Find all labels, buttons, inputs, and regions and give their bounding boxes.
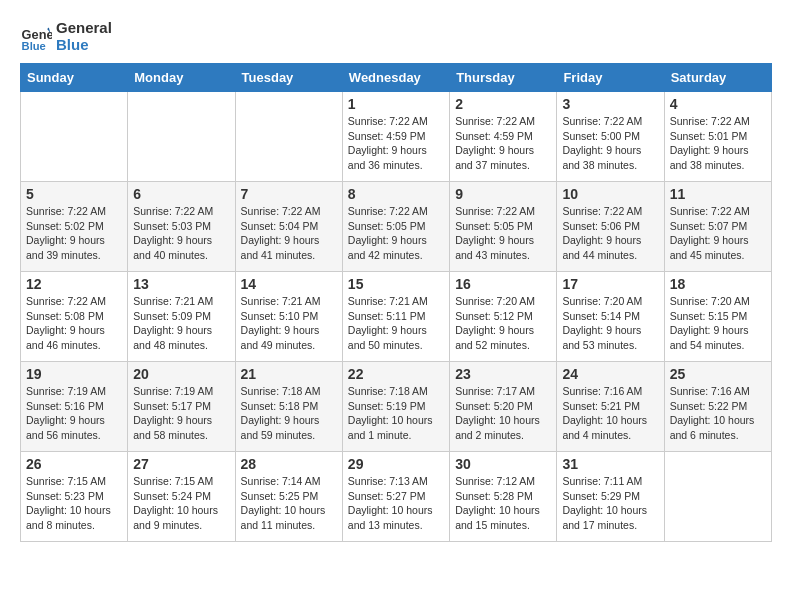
calendar-week-row: 26Sunrise: 7:15 AM Sunset: 5:23 PM Dayli… <box>21 452 772 542</box>
day-number: 11 <box>670 186 766 202</box>
calendar-cell: 6Sunrise: 7:22 AM Sunset: 5:03 PM Daylig… <box>128 182 235 272</box>
day-info: Sunrise: 7:20 AM Sunset: 5:12 PM Dayligh… <box>455 294 551 353</box>
calendar-week-row: 12Sunrise: 7:22 AM Sunset: 5:08 PM Dayli… <box>21 272 772 362</box>
calendar-cell: 23Sunrise: 7:17 AM Sunset: 5:20 PM Dayli… <box>450 362 557 452</box>
calendar-cell: 3Sunrise: 7:22 AM Sunset: 5:00 PM Daylig… <box>557 92 664 182</box>
day-header-tuesday: Tuesday <box>235 64 342 92</box>
day-info: Sunrise: 7:22 AM Sunset: 4:59 PM Dayligh… <box>348 114 444 173</box>
day-info: Sunrise: 7:22 AM Sunset: 5:04 PM Dayligh… <box>241 204 337 263</box>
calendar-cell: 1Sunrise: 7:22 AM Sunset: 4:59 PM Daylig… <box>342 92 449 182</box>
calendar-cell: 19Sunrise: 7:19 AM Sunset: 5:16 PM Dayli… <box>21 362 128 452</box>
calendar-cell: 31Sunrise: 7:11 AM Sunset: 5:29 PM Dayli… <box>557 452 664 542</box>
calendar-cell: 16Sunrise: 7:20 AM Sunset: 5:12 PM Dayli… <box>450 272 557 362</box>
calendar-cell: 7Sunrise: 7:22 AM Sunset: 5:04 PM Daylig… <box>235 182 342 272</box>
day-number: 13 <box>133 276 229 292</box>
calendar-cell: 26Sunrise: 7:15 AM Sunset: 5:23 PM Dayli… <box>21 452 128 542</box>
calendar-cell: 9Sunrise: 7:22 AM Sunset: 5:05 PM Daylig… <box>450 182 557 272</box>
day-info: Sunrise: 7:15 AM Sunset: 5:24 PM Dayligh… <box>133 474 229 533</box>
calendar-cell <box>128 92 235 182</box>
day-number: 3 <box>562 96 658 112</box>
calendar-cell: 4Sunrise: 7:22 AM Sunset: 5:01 PM Daylig… <box>664 92 771 182</box>
day-info: Sunrise: 7:22 AM Sunset: 5:05 PM Dayligh… <box>348 204 444 263</box>
calendar-cell: 13Sunrise: 7:21 AM Sunset: 5:09 PM Dayli… <box>128 272 235 362</box>
day-number: 31 <box>562 456 658 472</box>
day-info: Sunrise: 7:11 AM Sunset: 5:29 PM Dayligh… <box>562 474 658 533</box>
calendar-cell: 5Sunrise: 7:22 AM Sunset: 5:02 PM Daylig… <box>21 182 128 272</box>
day-number: 2 <box>455 96 551 112</box>
page-header: General Blue General Blue <box>20 20 772 53</box>
calendar-week-row: 1Sunrise: 7:22 AM Sunset: 4:59 PM Daylig… <box>21 92 772 182</box>
calendar-cell <box>235 92 342 182</box>
day-number: 12 <box>26 276 122 292</box>
day-header-saturday: Saturday <box>664 64 771 92</box>
day-number: 15 <box>348 276 444 292</box>
day-info: Sunrise: 7:20 AM Sunset: 5:15 PM Dayligh… <box>670 294 766 353</box>
calendar-cell <box>21 92 128 182</box>
calendar-cell: 22Sunrise: 7:18 AM Sunset: 5:19 PM Dayli… <box>342 362 449 452</box>
day-number: 7 <box>241 186 337 202</box>
day-number: 22 <box>348 366 444 382</box>
day-number: 18 <box>670 276 766 292</box>
day-info: Sunrise: 7:22 AM Sunset: 4:59 PM Dayligh… <box>455 114 551 173</box>
day-info: Sunrise: 7:16 AM Sunset: 5:22 PM Dayligh… <box>670 384 766 443</box>
day-info: Sunrise: 7:22 AM Sunset: 5:08 PM Dayligh… <box>26 294 122 353</box>
day-info: Sunrise: 7:16 AM Sunset: 5:21 PM Dayligh… <box>562 384 658 443</box>
day-number: 10 <box>562 186 658 202</box>
day-number: 28 <box>241 456 337 472</box>
calendar-week-row: 19Sunrise: 7:19 AM Sunset: 5:16 PM Dayli… <box>21 362 772 452</box>
day-info: Sunrise: 7:20 AM Sunset: 5:14 PM Dayligh… <box>562 294 658 353</box>
calendar-header-row: SundayMondayTuesdayWednesdayThursdayFrid… <box>21 64 772 92</box>
day-header-thursday: Thursday <box>450 64 557 92</box>
day-info: Sunrise: 7:21 AM Sunset: 5:09 PM Dayligh… <box>133 294 229 353</box>
day-number: 29 <box>348 456 444 472</box>
day-info: Sunrise: 7:18 AM Sunset: 5:18 PM Dayligh… <box>241 384 337 443</box>
day-info: Sunrise: 7:22 AM Sunset: 5:06 PM Dayligh… <box>562 204 658 263</box>
logo: General Blue General Blue <box>20 20 112 53</box>
day-info: Sunrise: 7:22 AM Sunset: 5:01 PM Dayligh… <box>670 114 766 173</box>
calendar-cell: 8Sunrise: 7:22 AM Sunset: 5:05 PM Daylig… <box>342 182 449 272</box>
day-number: 26 <box>26 456 122 472</box>
logo-icon: General Blue <box>20 21 52 53</box>
day-info: Sunrise: 7:22 AM Sunset: 5:02 PM Dayligh… <box>26 204 122 263</box>
calendar-cell: 24Sunrise: 7:16 AM Sunset: 5:21 PM Dayli… <box>557 362 664 452</box>
day-info: Sunrise: 7:13 AM Sunset: 5:27 PM Dayligh… <box>348 474 444 533</box>
day-number: 9 <box>455 186 551 202</box>
day-number: 8 <box>348 186 444 202</box>
day-info: Sunrise: 7:22 AM Sunset: 5:00 PM Dayligh… <box>562 114 658 173</box>
day-number: 30 <box>455 456 551 472</box>
day-info: Sunrise: 7:22 AM Sunset: 5:07 PM Dayligh… <box>670 204 766 263</box>
day-header-sunday: Sunday <box>21 64 128 92</box>
svg-text:Blue: Blue <box>22 39 46 51</box>
day-info: Sunrise: 7:19 AM Sunset: 5:17 PM Dayligh… <box>133 384 229 443</box>
day-number: 4 <box>670 96 766 112</box>
calendar-cell: 17Sunrise: 7:20 AM Sunset: 5:14 PM Dayli… <box>557 272 664 362</box>
calendar-cell: 30Sunrise: 7:12 AM Sunset: 5:28 PM Dayli… <box>450 452 557 542</box>
calendar-cell: 11Sunrise: 7:22 AM Sunset: 5:07 PM Dayli… <box>664 182 771 272</box>
day-info: Sunrise: 7:17 AM Sunset: 5:20 PM Dayligh… <box>455 384 551 443</box>
day-number: 6 <box>133 186 229 202</box>
day-info: Sunrise: 7:22 AM Sunset: 5:05 PM Dayligh… <box>455 204 551 263</box>
calendar-cell: 28Sunrise: 7:14 AM Sunset: 5:25 PM Dayli… <box>235 452 342 542</box>
calendar-cell: 25Sunrise: 7:16 AM Sunset: 5:22 PM Dayli… <box>664 362 771 452</box>
calendar-cell: 18Sunrise: 7:20 AM Sunset: 5:15 PM Dayli… <box>664 272 771 362</box>
calendar-cell: 10Sunrise: 7:22 AM Sunset: 5:06 PM Dayli… <box>557 182 664 272</box>
day-number: 24 <box>562 366 658 382</box>
day-number: 19 <box>26 366 122 382</box>
day-number: 23 <box>455 366 551 382</box>
day-info: Sunrise: 7:12 AM Sunset: 5:28 PM Dayligh… <box>455 474 551 533</box>
calendar-cell: 14Sunrise: 7:21 AM Sunset: 5:10 PM Dayli… <box>235 272 342 362</box>
calendar-cell: 21Sunrise: 7:18 AM Sunset: 5:18 PM Dayli… <box>235 362 342 452</box>
day-number: 17 <box>562 276 658 292</box>
day-number: 21 <box>241 366 337 382</box>
calendar-cell: 12Sunrise: 7:22 AM Sunset: 5:08 PM Dayli… <box>21 272 128 362</box>
calendar-cell: 2Sunrise: 7:22 AM Sunset: 4:59 PM Daylig… <box>450 92 557 182</box>
day-header-monday: Monday <box>128 64 235 92</box>
day-number: 25 <box>670 366 766 382</box>
day-info: Sunrise: 7:14 AM Sunset: 5:25 PM Dayligh… <box>241 474 337 533</box>
day-info: Sunrise: 7:15 AM Sunset: 5:23 PM Dayligh… <box>26 474 122 533</box>
calendar-cell: 27Sunrise: 7:15 AM Sunset: 5:24 PM Dayli… <box>128 452 235 542</box>
day-info: Sunrise: 7:21 AM Sunset: 5:11 PM Dayligh… <box>348 294 444 353</box>
day-header-wednesday: Wednesday <box>342 64 449 92</box>
day-info: Sunrise: 7:19 AM Sunset: 5:16 PM Dayligh… <box>26 384 122 443</box>
day-header-friday: Friday <box>557 64 664 92</box>
